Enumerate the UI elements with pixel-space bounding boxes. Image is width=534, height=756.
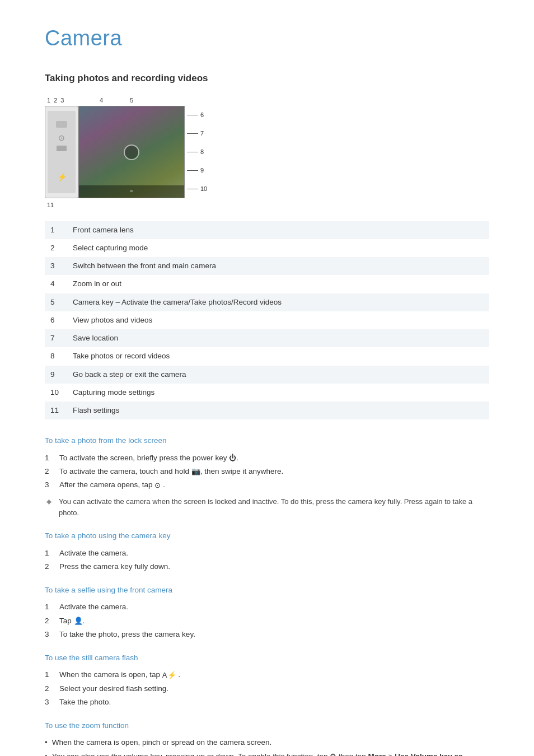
part-number: 1: [45, 221, 67, 239]
power-icon: ⏻: [229, 452, 236, 464]
zoom-bullet-text-1: When the camera is open, pinch or spread…: [52, 737, 271, 748]
camera-body: ⊙ ⚡: [45, 106, 78, 198]
camera-body-btn: [57, 146, 67, 151]
s-step-text-3: To take the photo, press the camera key.: [59, 629, 195, 640]
lock-step-2: 2 To activate the camera, touch and hold…: [45, 466, 489, 477]
zoom-bullet-2: You can also use the volume key, pressin…: [45, 751, 489, 757]
right-num-9: 9: [200, 166, 204, 175]
ck-step-text-2: Press the camera key fully down.: [59, 561, 170, 572]
lock-step-3: 3 After the camera opens, tap ⊙ .: [45, 479, 489, 491]
settings-gear-icon: ⚙: [330, 751, 336, 756]
f-step-num-1: 1: [45, 669, 54, 680]
zoom-bullet-text-2: You can also use the volume key, pressin…: [52, 751, 465, 757]
camera-mode-icon: [56, 121, 67, 128]
zoom-bullet-1: When the camera is open, pinch or spread…: [45, 737, 489, 748]
s-step-text-1: Activate the camera.: [59, 601, 128, 613]
camera-bottom-bar: ∞: [79, 185, 184, 198]
lock-screen-section: To take a photo from the lock screen 1 T…: [45, 435, 489, 518]
lock-step-text-3: After the camera opens, tap ⊙ .: [59, 479, 165, 491]
camera-key-section: To take a photo using the camera key 1 A…: [45, 530, 489, 572]
part-label: Save location: [67, 329, 489, 347]
flash-title: To use the still camera flash: [45, 652, 489, 664]
part-label: Go back a step or exit the camera: [67, 366, 489, 384]
part-number: 7: [45, 329, 67, 347]
right-label-9: 9: [187, 166, 207, 175]
camera-icon: 📷: [191, 466, 200, 477]
lock-step-1: 1 To activate the screen, briefly press …: [45, 452, 489, 464]
diagram-num-3: 3: [60, 96, 64, 105]
diagram-outer: ⊙ ⚡ ∞ 6 7: [45, 106, 489, 198]
camera-switch-icon: ⊙: [58, 132, 65, 144]
ck-step-num-1: 1: [45, 548, 54, 559]
diagram-num-2: 2: [54, 96, 57, 105]
diagram-top-numbers: 1 2 3 4 5: [45, 96, 489, 105]
camera-key-steps: 1 Activate the camera. 2 Press the camer…: [45, 548, 489, 573]
selfie-step-1: 1 Activate the camera.: [45, 601, 489, 613]
selfie-step-3: 3 To take the photo, press the camera ke…: [45, 629, 489, 640]
part-label: Zoom in or out: [67, 275, 489, 293]
lock-step-num-3: 3: [45, 479, 54, 491]
camera-key-title: To take a photo using the camera key: [45, 530, 489, 542]
camera-body-inner: ⊙ ⚡: [48, 111, 76, 193]
part-label: Select capturing mode: [67, 239, 489, 257]
diagram-num-1: 1: [47, 96, 50, 105]
zoom-bullets: When the camera is open, pinch or spread…: [45, 737, 489, 756]
table-row: 4Zoom in or out: [45, 275, 489, 293]
camera-lens-overlay: [124, 144, 139, 160]
right-labels-container: 6 7 8 9 10: [187, 106, 207, 198]
part-number: 6: [45, 311, 67, 329]
ck-step-text-1: Activate the camera.: [59, 548, 128, 559]
ck-step-num-2: 2: [45, 561, 54, 572]
tap-icon: ⊙: [154, 480, 161, 491]
part-number: 3: [45, 257, 67, 275]
s-step-num-2: 2: [45, 615, 54, 627]
part-number: 9: [45, 366, 67, 384]
right-label-6: 6: [187, 110, 207, 120]
flash-section: To use the still camera flash 1 When the…: [45, 652, 489, 708]
part-label: Take photos or record videos: [67, 347, 489, 365]
camera-diagram: 1 2 3 4 5 ⊙ ⚡ ∞: [45, 96, 489, 210]
table-row: 7Save location: [45, 329, 489, 347]
part-number: 11: [45, 402, 67, 419]
part-label: Capturing mode settings: [67, 384, 489, 402]
tip-star-icon: ✦: [45, 495, 53, 518]
diagram-num-11: 11: [45, 200, 489, 210]
section-title: Taking photos and recording videos: [45, 71, 489, 86]
right-label-8: 8: [187, 147, 207, 157]
f-step-num-3: 3: [45, 697, 54, 708]
camera-key-step-1: 1 Activate the camera.: [45, 548, 489, 559]
table-row: 8Take photos or record videos: [45, 347, 489, 365]
lock-screen-title: To take a photo from the lock screen: [45, 435, 489, 446]
table-row: 11Flash settings: [45, 402, 489, 419]
flash-step-2: 2 Select your desired flash setting.: [45, 683, 489, 694]
camera-parts-table: 1Front camera lens2Select capturing mode…: [45, 221, 489, 420]
selfie-title: To take a selfie using the front camera: [45, 585, 489, 596]
table-row: 9Go back a step or exit the camera: [45, 366, 489, 384]
zoom-section: To use the zoom function When the camera…: [45, 720, 489, 756]
part-number: 8: [45, 347, 67, 365]
right-num-7: 7: [200, 129, 204, 138]
part-number: 10: [45, 384, 67, 402]
right-num-10: 10: [200, 184, 207, 194]
f-step-text-3: Take the photo.: [59, 697, 111, 708]
part-number: 5: [45, 293, 67, 311]
table-row: 2Select capturing mode: [45, 239, 489, 257]
right-lines: 6 7 8 9 10: [187, 106, 207, 198]
more-bold: More: [368, 752, 386, 757]
f-step-text-2: Select your desired flash setting.: [59, 683, 168, 694]
lock-step-num-1: 1: [45, 452, 54, 464]
table-row: 3Switch between the front and main camer…: [45, 257, 489, 275]
lock-step-text-1: To activate the screen, briefly press th…: [59, 452, 238, 464]
right-label-10: 10: [187, 184, 207, 194]
table-row: 1Front camera lens: [45, 221, 489, 239]
camera-key-step-2: 2 Press the camera key fully down.: [45, 561, 489, 572]
selfie-steps: 1 Activate the camera. 2 Tap 👤. 3 To tak…: [45, 601, 489, 640]
right-num-6: 6: [200, 110, 204, 120]
selfie-icon: 👤: [74, 615, 83, 627]
flash-auto-icon: A⚡: [162, 670, 176, 681]
table-row: 6View photos and videos: [45, 311, 489, 329]
camera-flash-icon: ⚡: [57, 171, 67, 183]
part-number: 2: [45, 239, 67, 257]
f-step-text-1: When the camera is open, tap A⚡ .: [59, 669, 180, 680]
flash-step-3: 3 Take the photo.: [45, 697, 489, 708]
